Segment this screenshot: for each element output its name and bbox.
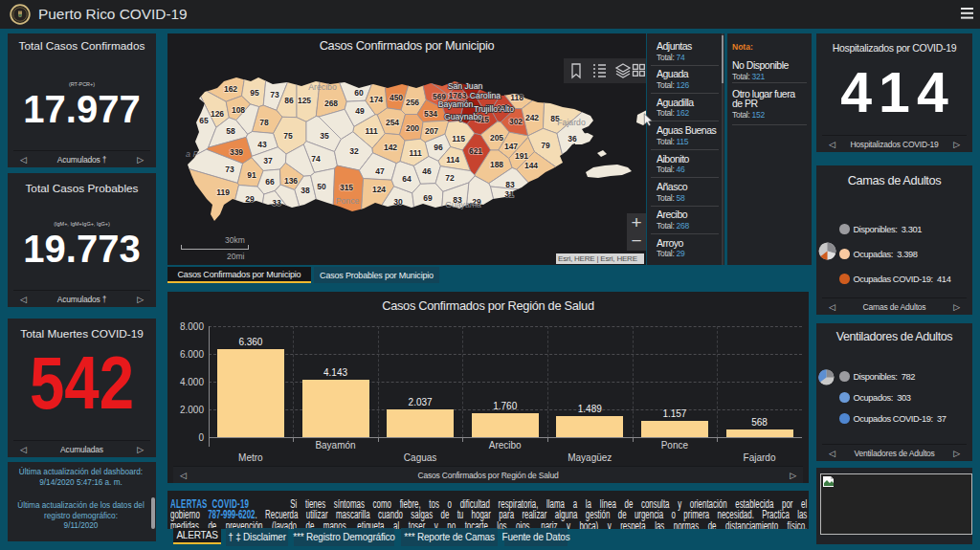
svg-text:46: 46: [422, 166, 432, 176]
svg-text:207: 207: [425, 126, 438, 136]
svg-text:126: 126: [211, 109, 224, 119]
svg-text:147: 147: [504, 142, 518, 151]
svg-text:125: 125: [298, 96, 311, 105]
svg-text:58: 58: [226, 126, 235, 136]
svg-text:205: 205: [490, 133, 503, 143]
svg-text:35: 35: [320, 131, 329, 141]
svg-text:124: 124: [372, 185, 386, 194]
svg-text:47: 47: [375, 166, 385, 176]
svg-text:49: 49: [355, 106, 365, 116]
svg-text:136: 136: [284, 176, 298, 186]
svg-text:36: 36: [568, 134, 577, 143]
svg-text:83: 83: [505, 180, 515, 189]
svg-text:29: 29: [245, 194, 255, 204]
svg-text:339: 339: [230, 147, 243, 157]
svg-text:Ponce: Ponce: [336, 196, 360, 206]
svg-text:268: 268: [324, 99, 338, 108]
svg-text:37: 37: [263, 156, 273, 165]
svg-text:30: 30: [393, 197, 403, 207]
svg-text:111: 111: [365, 126, 378, 136]
svg-text:64: 64: [402, 174, 412, 184]
svg-text:119: 119: [216, 187, 230, 197]
svg-text:60: 60: [354, 88, 364, 98]
svg-text:200: 200: [406, 123, 419, 133]
svg-text:69: 69: [423, 193, 433, 203]
svg-text:188: 188: [490, 160, 503, 169]
svg-text:534: 534: [424, 109, 437, 119]
svg-text:San Juan: San Juan: [448, 81, 483, 91]
svg-text:162: 162: [224, 84, 237, 94]
svg-text:Arecibo: Arecibo: [308, 82, 337, 92]
svg-text:256: 256: [406, 98, 419, 107]
svg-text:191: 191: [515, 151, 528, 161]
svg-text:302: 302: [509, 117, 523, 126]
svg-text:Carolina: Carolina: [470, 91, 501, 100]
svg-text:1763: 1763: [449, 91, 467, 100]
svg-text:Guayama: Guayama: [445, 200, 481, 209]
svg-text:73: 73: [225, 165, 234, 174]
svg-text:65: 65: [199, 116, 209, 125]
svg-text:118: 118: [510, 93, 523, 102]
svg-text:144: 144: [524, 161, 538, 170]
svg-text:Guaynabo: Guaynabo: [444, 112, 482, 121]
svg-text:66: 66: [265, 177, 275, 187]
svg-text:38: 38: [301, 186, 310, 195]
svg-text:Bayamón: Bayamón: [438, 99, 474, 109]
svg-text:108: 108: [232, 105, 245, 115]
svg-text:50: 50: [317, 182, 326, 191]
svg-text:91: 91: [247, 170, 256, 180]
svg-text:174: 174: [369, 95, 383, 104]
svg-text:254: 254: [386, 118, 399, 127]
svg-text:78: 78: [259, 118, 269, 127]
svg-text:31: 31: [504, 189, 514, 199]
svg-text:73: 73: [270, 90, 279, 99]
svg-text:95: 95: [250, 88, 259, 98]
svg-text:75: 75: [283, 131, 293, 141]
svg-text:32: 32: [349, 146, 359, 156]
svg-text:114: 114: [446, 155, 459, 165]
svg-text:72: 72: [445, 173, 455, 183]
svg-text:86: 86: [284, 96, 294, 105]
svg-text:242: 242: [525, 113, 539, 122]
svg-text:315: 315: [340, 183, 353, 192]
svg-text:79: 79: [541, 141, 550, 150]
svg-text:43: 43: [257, 140, 267, 149]
svg-text:74: 74: [311, 154, 321, 164]
svg-text:621: 621: [469, 146, 482, 156]
svg-text:450: 450: [390, 93, 403, 102]
svg-text:96: 96: [434, 143, 443, 152]
svg-text:Fajardo: Fajardo: [557, 118, 586, 127]
svg-text:115: 115: [452, 134, 465, 143]
svg-text:142: 142: [384, 143, 397, 152]
svg-text:33: 33: [272, 198, 281, 208]
svg-text:111: 111: [409, 148, 422, 158]
